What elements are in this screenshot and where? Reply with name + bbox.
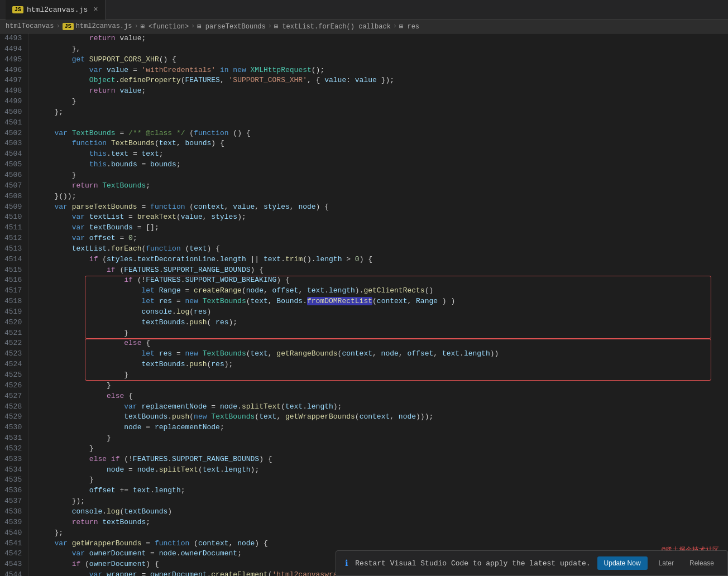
code-line: var parseTextBounds = function (context,… <box>35 202 728 213</box>
code-line: } <box>35 444 728 454</box>
code-line: textBounds.push( res); <box>35 318 728 328</box>
code-line: this.bounds = bounds; <box>35 160 728 170</box>
close-tab-button[interactable]: × <box>93 5 98 14</box>
code-line: Object.defineProperty(FEATURES, 'SUPPORT… <box>35 75 728 86</box>
code-line: var replacementNode = node.splitText(tex… <box>35 402 728 412</box>
code-line: } <box>35 170 728 181</box>
code-line: if (FEATURES.SUPPORT_RANGE_BOUNDS) { <box>35 265 728 276</box>
breadcrumb-item-3: ⊞ <function> <box>141 22 189 31</box>
code-line: if (!FEATURES.SUPPORT_WORD_BREAKING) { <box>35 275 728 286</box>
update-now-button[interactable]: Update Now <box>597 556 648 570</box>
breadcrumb-item-6: ⊞ res <box>399 22 419 31</box>
tab-filename: html2canvas.js <box>27 6 88 14</box>
release-button[interactable]: Release <box>685 556 719 570</box>
code-line: }, <box>35 44 728 55</box>
code-line: else { <box>35 338 728 349</box>
code-line: textBounds.push(res); <box>35 359 728 370</box>
code-line: let res = new TextBounds(text, getRangeB… <box>35 349 728 359</box>
code-content: return value; }, get SUPPORT_CORS_XHR() … <box>29 33 728 576</box>
code-line: return value; <box>35 86 728 97</box>
code-line: let res = new TextBounds(text, Bounds.fr… <box>35 296 728 307</box>
js-badge: JS <box>12 6 23 13</box>
code-line: } <box>35 328 728 339</box>
code-line: offset += text.length; <box>35 486 728 496</box>
breadcrumb-item-2: JShtml2canvas.js <box>63 22 132 30</box>
breadcrumb-item-4: ⊞ parseTextBounds <box>197 22 265 31</box>
code-line: return TextBounds; <box>35 181 728 191</box>
code-line: }()); <box>35 191 728 202</box>
breadcrumb-item-1: htmlTocanvas <box>6 22 54 30</box>
code-line: node = node.splitText(text.length); <box>35 465 728 476</box>
code-line: console.log(res) <box>35 307 728 318</box>
code-line: var offset = 0; <box>35 233 728 244</box>
code-line: get SUPPORT_CORS_XHR() { <box>35 55 728 65</box>
code-line: this.text = text; <box>35 149 728 160</box>
code-line: return textBounds; <box>35 517 728 528</box>
breadcrumb: htmlTocanvas › JShtml2canvas.js › ⊞ <fun… <box>0 20 728 33</box>
code-line: } <box>35 97 728 107</box>
code-line: } <box>35 370 728 381</box>
code-line: var TextBounds = /** @class */ (function… <box>35 128 728 139</box>
code-line: console.log(textBounds) <box>35 507 728 517</box>
breadcrumb-item-5: ⊞ textList.forEach() callback <box>274 22 391 31</box>
info-icon: ℹ <box>345 558 348 569</box>
code-line: } <box>35 475 728 486</box>
code-line: var textBounds = []; <box>35 223 728 233</box>
code-line: let Range = createRange(node, offset, te… <box>35 286 728 296</box>
code-line: textList.forEach(function (text) { <box>35 244 728 255</box>
code-line: if (styles.textDecorationLine.length || … <box>35 255 728 265</box>
code-line: }); <box>35 496 728 507</box>
code-line: }; <box>35 107 728 118</box>
code-line: else if (!FEATURES.SUPPORT_RANGE_BOUNDS)… <box>35 454 728 465</box>
code-line: function TextBounds(text, bounds) { <box>35 138 728 149</box>
code-line <box>35 118 728 128</box>
code-line: } <box>35 381 728 391</box>
code-line: else { <box>35 391 728 402</box>
code-line: node = replacementNode; <box>35 423 728 433</box>
code-line: } <box>35 433 728 444</box>
code-line: var value = 'withCredentials' in new XML… <box>35 65 728 76</box>
code-line: var getWrapperBounds = function (context… <box>35 539 728 549</box>
code-line: }; <box>35 528 728 539</box>
notification-message: Restart Visual Studio Code to apply the … <box>355 559 590 568</box>
notification-bar: ℹ Restart Visual Studio Code to apply th… <box>336 550 728 576</box>
title-bar: JS html2canvas.js × <box>0 0 728 20</box>
code-editor: 4493 4494 4495 4496 4497 4498 4499 4500 … <box>0 33 728 576</box>
code-line: return value; <box>35 33 728 44</box>
later-button[interactable]: Later <box>654 556 678 570</box>
line-numbers: 4493 4494 4495 4496 4497 4498 4499 4500 … <box>0 33 29 576</box>
code-line: textBounds.push(new TextBounds(text, get… <box>35 412 728 423</box>
editor-tab[interactable]: JS html2canvas.js × <box>6 0 106 20</box>
code-line: var textList = breakText(value, styles); <box>35 212 728 223</box>
